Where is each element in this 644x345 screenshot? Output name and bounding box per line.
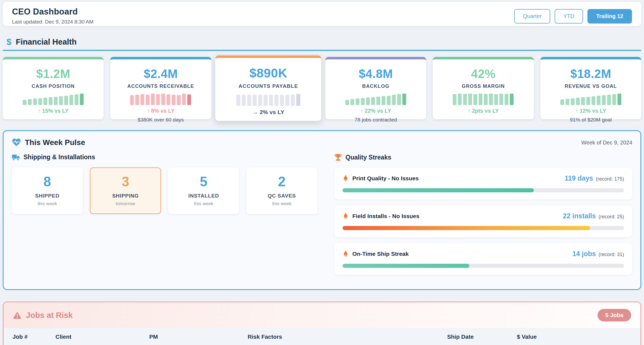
trophy-icon — [334, 153, 342, 161]
streak-metrics: 22 installs(record: 25) — [563, 212, 624, 220]
streak-progress-fill — [343, 188, 534, 192]
sparkline-bar — [49, 97, 52, 105]
jobs-at-risk-table: Job #ClientPMRisk FactorsShip Date$ Valu… — [4, 328, 640, 345]
sparkline-bar — [566, 99, 569, 105]
range-button-quarter[interactable]: Quarter — [514, 9, 550, 24]
sparkline-bar — [402, 94, 406, 105]
streak-progress-track — [343, 226, 624, 230]
sparkline-bar — [291, 95, 295, 106]
kpi-label: ACCOUNTS PAYABLE — [220, 83, 317, 89]
sparkline-bar — [59, 96, 63, 105]
sparkline-bar — [468, 94, 472, 105]
streak-record: (record: 175) — [596, 176, 624, 182]
kpi-card-row: $1.2MCASH POSITION↑ 15% vs LY$2.4MACCOUN… — [3, 57, 641, 119]
sparkline-bar — [571, 98, 575, 105]
sparkline-bar — [607, 95, 611, 105]
kpi-delta: → 2% vs LY — [220, 109, 317, 115]
sparkline-bar — [146, 95, 150, 105]
kpi-sparkline — [437, 94, 529, 105]
sparkline-bar — [236, 95, 240, 106]
range-button-trailing-12[interactable]: Trailing 12 — [587, 9, 632, 24]
sparkline-bar — [366, 97, 370, 105]
sparkline-bar — [130, 95, 134, 105]
streak-name: Print Quality - No Issues — [352, 175, 419, 182]
sparkline-bar — [43, 98, 47, 105]
kpi-sparkline — [7, 94, 99, 105]
kpi-label: BACKLOG — [330, 83, 422, 89]
sparkline-bar — [258, 95, 262, 106]
sparkline-bar — [285, 95, 289, 106]
sparkline-bar — [479, 94, 482, 105]
kpi-sparkline — [115, 94, 207, 105]
date-range-toggle: QuarterYTDTrailing 12 — [514, 9, 632, 24]
kpi-delta: ↑ 2pts vs LY — [437, 108, 529, 114]
streak-record: (record: 31) — [599, 252, 624, 257]
streak-progress-fill — [343, 226, 590, 230]
ship-stat-value: 3 — [122, 175, 129, 189]
flame-icon — [343, 175, 349, 182]
sparkline-bar — [453, 94, 456, 105]
sparkline-bar — [172, 95, 175, 105]
kpi-label: REVENUE VS GOAL — [545, 83, 637, 89]
sparkline-bar — [177, 95, 181, 105]
streak-list: Print Quality - No Issues119 days(record… — [334, 168, 632, 275]
sparkline-bar — [135, 95, 139, 105]
kpi-card-accounts-receivable: $2.4MACCOUNTS RECEIVABLE↑ 8% vs LY$380K … — [110, 57, 211, 119]
column-header-risk-factors: Risk Factors — [248, 328, 447, 345]
sparkline-bar — [161, 94, 165, 105]
kpi-value: 42% — [437, 67, 529, 81]
ship-stat-sublabel: this week — [272, 201, 292, 207]
kpi-value: $18.2M — [545, 67, 637, 81]
section-divider — [3, 50, 641, 51]
sparkline-bar — [280, 95, 284, 106]
jobs-count-badge: 5 Jobs — [598, 309, 631, 321]
sparkline-bar — [494, 94, 498, 105]
range-button-ytd[interactable]: YTD — [555, 9, 583, 24]
ship-stat-sublabel: this week — [194, 201, 213, 207]
streak-card-field-installs-no-issues: Field Installs - No Issues22 installs(re… — [334, 205, 632, 237]
sparkline-bar — [140, 94, 144, 105]
streak-record: (record: 25) — [599, 214, 624, 220]
column-header-job-: Job # — [4, 328, 55, 345]
kpi-label: GROSS MARGIN — [437, 83, 529, 89]
truck-icon — [12, 154, 20, 161]
sparkline-bar — [54, 97, 58, 105]
kpi-delta: ↑ 22% vs LY — [330, 108, 422, 114]
week-label: Week of Dec 9, 2024 — [581, 140, 632, 146]
kpi-value: $4.8M — [330, 67, 422, 81]
streak-value: 119 days — [565, 174, 593, 182]
kpi-card-revenue-vs-goal: $18.2MREVENUE VS GOAL↑ 12% vs LY91% of $… — [540, 57, 641, 119]
sparkline-bar — [182, 94, 186, 105]
sparkline-bar — [473, 94, 477, 105]
streak-header: On-Time Ship Streak14 jobs(record: 31) — [343, 250, 624, 258]
sparkline-bar — [371, 97, 375, 105]
ship-stat-label: SHIPPED — [35, 193, 59, 199]
sparkline-bar — [602, 95, 606, 105]
sparkline-bar — [28, 99, 32, 105]
warning-icon — [13, 311, 22, 319]
week-pulse-header: This Week Pulse Week of Dec 9, 2024 — [12, 138, 632, 147]
title-block: CEO Dashboard Last updated: Dec 9, 2024 … — [12, 7, 93, 25]
streak-progress-track — [343, 264, 624, 268]
sparkline-bar — [23, 100, 27, 105]
sparkline-bar — [187, 94, 191, 105]
sparkline-bar — [489, 94, 493, 105]
top-bar: CEO Dashboard Last updated: Dec 9, 2024 … — [3, 2, 641, 26]
heart-pulse-icon — [12, 138, 21, 147]
column-header--value: $ Value — [517, 328, 585, 345]
sparkline-bar — [376, 97, 380, 105]
kpi-label: CASH POSITION — [7, 83, 99, 89]
kpi-sparkline — [545, 94, 637, 105]
sparkline-bar — [151, 94, 155, 105]
sparkline-bar — [586, 97, 590, 105]
jobs-at-risk-header: Jobs at Risk 5 Jobs — [4, 302, 640, 328]
ship-stat-value: 8 — [43, 175, 51, 189]
kpi-card-backlog: $4.8MBACKLOG↑ 22% vs LY78 jobs contracte… — [325, 57, 426, 119]
sparkline-bar — [484, 94, 488, 105]
sparkline-bar — [345, 100, 349, 105]
kpi-subtext: $380K over 60 days — [115, 117, 207, 123]
streak-metrics: 119 days(record: 175) — [565, 174, 624, 182]
sparkline-bar — [361, 98, 365, 105]
sparkline-bar — [247, 95, 251, 106]
ship-stat-label: SHIPPING — [112, 193, 139, 199]
